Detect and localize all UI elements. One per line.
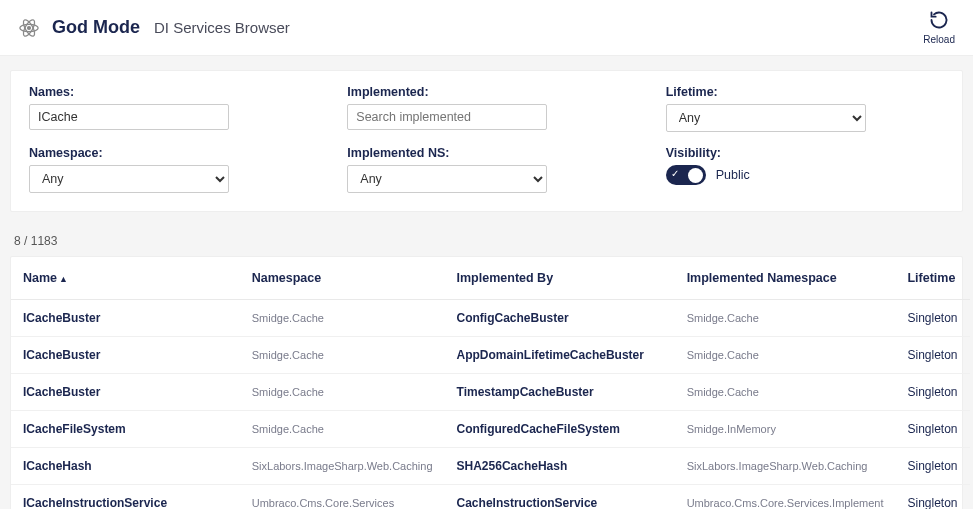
cell-implemented-ns: Smidge.InMemory <box>675 411 896 448</box>
cell-implemented-by: TimestampCacheBuster <box>445 374 675 411</box>
visibility-label: Visibility: <box>666 146 944 160</box>
implemented-ns-select[interactable]: Any <box>347 165 547 193</box>
visibility-value: Public <box>716 168 750 182</box>
table-row[interactable]: ICacheBusterSmidge.CacheConfigCacheBuste… <box>11 300 970 337</box>
col-header-name[interactable]: Name▲ <box>11 257 240 300</box>
cell-implemented-by: SHA256CacheHash <box>445 448 675 485</box>
table-row[interactable]: ICacheHashSixLabors.ImageSharp.Web.Cachi… <box>11 448 970 485</box>
cell-lifetime: Singleton <box>895 374 969 411</box>
lifetime-select[interactable]: Any <box>666 104 866 132</box>
namespace-select[interactable]: Any <box>29 165 229 193</box>
table-row[interactable]: ICacheFileSystemSmidge.CacheConfiguredCa… <box>11 411 970 448</box>
cell-implemented-ns: SixLabors.ImageSharp.Web.Caching <box>675 448 896 485</box>
page-title: God Mode <box>52 17 140 38</box>
page-subtitle: DI Services Browser <box>154 19 290 36</box>
lifetime-label: Lifetime: <box>666 85 944 99</box>
reload-label: Reload <box>923 34 955 45</box>
col-header-impl-by[interactable]: Implemented By <box>445 257 675 300</box>
implemented-label: Implemented: <box>347 85 625 99</box>
cell-name: ICacheHash <box>11 448 240 485</box>
cell-namespace: Smidge.Cache <box>240 374 445 411</box>
cell-namespace: Umbraco.Cms.Core.Services <box>240 485 445 510</box>
cell-implemented-ns: Smidge.Cache <box>675 300 896 337</box>
cell-lifetime: Singleton <box>895 337 969 374</box>
cell-lifetime: Singleton <box>895 300 969 337</box>
cell-implemented-by: ConfiguredCacheFileSystem <box>445 411 675 448</box>
filter-implemented-ns: Implemented NS: Any <box>347 146 625 193</box>
cell-implemented-by: CacheInstructionService <box>445 485 675 510</box>
col-header-impl-ns[interactable]: Implemented Namespace <box>675 257 896 300</box>
filter-implemented: Implemented: <box>347 85 625 132</box>
filter-namespace: Namespace: Any <box>29 146 307 193</box>
cell-namespace: Smidge.Cache <box>240 300 445 337</box>
atom-icon <box>18 17 40 39</box>
cell-name: ICacheBuster <box>11 337 240 374</box>
filter-visibility: Visibility: Public <box>666 146 944 193</box>
cell-namespace: SixLabors.ImageSharp.Web.Caching <box>240 448 445 485</box>
cell-name: ICacheFileSystem <box>11 411 240 448</box>
cell-lifetime: Singleton <box>895 448 969 485</box>
table-row[interactable]: ICacheBusterSmidge.CacheTimestampCacheBu… <box>11 374 970 411</box>
cell-namespace: Smidge.Cache <box>240 337 445 374</box>
cell-name: ICacheBuster <box>11 300 240 337</box>
cell-implemented-by: ConfigCacheBuster <box>445 300 675 337</box>
results-table: Name▲ Namespace Implemented By Implement… <box>10 256 963 509</box>
implemented-input[interactable] <box>347 104 547 130</box>
cell-implemented-ns: Umbraco.Cms.Core.Services.Implement <box>675 485 896 510</box>
col-header-lifetime[interactable]: Lifetime <box>895 257 969 300</box>
cell-implemented-by: AppDomainLifetimeCacheBuster <box>445 337 675 374</box>
table-row[interactable]: ICacheInstructionServiceUmbraco.Cms.Core… <box>11 485 970 510</box>
cell-namespace: Smidge.Cache <box>240 411 445 448</box>
names-input[interactable] <box>29 104 229 130</box>
namespace-label: Namespace: <box>29 146 307 160</box>
implemented-ns-label: Implemented NS: <box>347 146 625 160</box>
reload-button[interactable]: Reload <box>923 10 955 45</box>
svg-point-3 <box>28 26 31 29</box>
sort-asc-icon: ▲ <box>59 274 68 284</box>
cell-name: ICacheBuster <box>11 374 240 411</box>
header-bar: God Mode DI Services Browser Reload <box>0 0 973 56</box>
names-label: Names: <box>29 85 307 99</box>
result-count: 8 / 1183 <box>0 228 973 256</box>
cell-implemented-ns: Smidge.Cache <box>675 374 896 411</box>
table-row[interactable]: ICacheBusterSmidge.CacheAppDomainLifetim… <box>11 337 970 374</box>
reload-icon <box>929 10 949 30</box>
cell-lifetime: Singleton <box>895 485 969 510</box>
filter-lifetime: Lifetime: Any <box>666 85 944 132</box>
cell-lifetime: Singleton <box>895 411 969 448</box>
filters-panel: Names: Implemented: Lifetime: Any Namesp… <box>10 70 963 212</box>
filter-names: Names: <box>29 85 307 132</box>
col-header-namespace[interactable]: Namespace <box>240 257 445 300</box>
visibility-toggle[interactable] <box>666 165 706 185</box>
cell-implemented-ns: Smidge.Cache <box>675 337 896 374</box>
cell-name: ICacheInstructionService <box>11 485 240 510</box>
